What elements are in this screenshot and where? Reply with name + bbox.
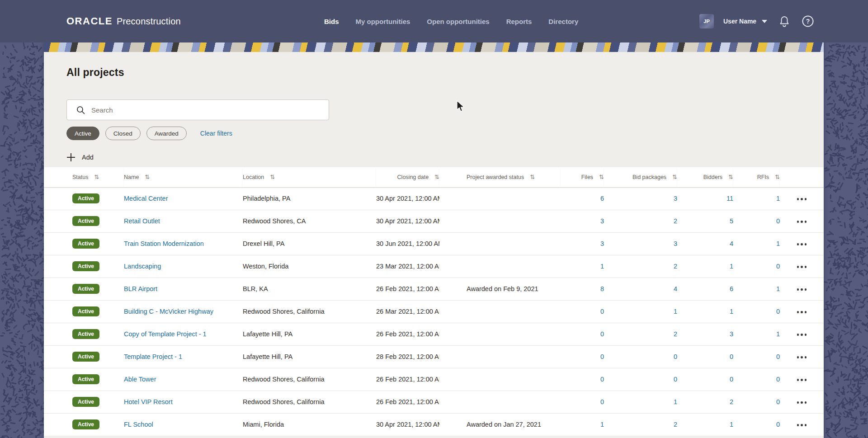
nav-item-directory[interactable]: Directory (548, 18, 578, 25)
rfis-count-link[interactable]: 0 (776, 376, 780, 383)
rfis-count-link[interactable]: 0 (776, 353, 780, 360)
bid-packages-count-link[interactable]: 0 (674, 376, 677, 383)
row-actions-button[interactable] (794, 308, 810, 316)
column-header-name[interactable]: Name⇅ (124, 167, 243, 187)
bid-packages-count-link[interactable]: 3 (674, 195, 677, 202)
rfis-count-link[interactable]: 0 (776, 217, 780, 225)
files-count-link[interactable]: 8 (600, 285, 604, 292)
project-name-link[interactable]: Medical Center (124, 195, 168, 202)
add-button[interactable]: Add (66, 153, 107, 162)
sort-icon[interactable]: ⇅ (94, 174, 99, 180)
bidders-count-link[interactable]: 0 (730, 353, 733, 360)
column-header-bid-packages[interactable]: Bid packages⇅ (604, 167, 677, 187)
filter-chip-awarded[interactable]: Awarded (146, 127, 187, 140)
bidders-count-link[interactable]: 1 (730, 263, 733, 270)
row-actions-button[interactable] (794, 331, 810, 339)
nav-item-bids[interactable]: Bids (324, 18, 339, 25)
rfis-count-link[interactable]: 1 (776, 240, 780, 247)
bid-packages-count-link[interactable]: 2 (674, 421, 677, 428)
filter-chip-closed[interactable]: Closed (105, 127, 141, 140)
row-actions-button[interactable] (794, 240, 810, 248)
files-count-link[interactable]: 0 (600, 376, 604, 383)
column-header-location[interactable]: Location⇅ (243, 167, 376, 187)
files-count-link[interactable]: 0 (600, 398, 604, 405)
chevron-down-icon[interactable] (762, 20, 767, 23)
project-name-link[interactable]: FL School (124, 421, 153, 428)
files-count-link[interactable]: 3 (600, 217, 604, 225)
sort-icon[interactable]: ⇅ (672, 174, 677, 180)
project-name-link[interactable]: Train Station Modernization (124, 240, 204, 247)
avatar[interactable]: JP (699, 14, 714, 28)
files-count-link[interactable]: 3 (600, 240, 604, 247)
project-name-link[interactable]: Landscaping (124, 263, 161, 270)
rfis-count-link[interactable]: 0 (776, 263, 780, 270)
project-name-link[interactable]: Template Project - 1 (124, 353, 182, 360)
row-actions-button[interactable] (794, 421, 810, 429)
sort-icon[interactable]: ⇅ (775, 174, 780, 180)
column-header-closing-date[interactable]: Closing date⇅ (376, 167, 439, 187)
bid-packages-count-link[interactable]: 2 (674, 330, 677, 338)
rfis-count-link[interactable]: 1 (776, 330, 780, 338)
sort-icon[interactable]: ⇅ (434, 174, 439, 180)
bidders-count-link[interactable]: 11 (726, 195, 733, 202)
row-actions-button[interactable] (794, 399, 810, 406)
bid-packages-count-link[interactable]: 2 (674, 217, 677, 225)
bidders-count-link[interactable]: 3 (730, 330, 733, 338)
files-count-link[interactable]: 0 (600, 308, 604, 315)
project-name-link[interactable]: BLR Airport (124, 285, 157, 292)
rfis-count-link[interactable]: 0 (776, 398, 780, 405)
bidders-count-link[interactable]: 4 (730, 240, 733, 247)
column-header-status[interactable]: Status⇅ (44, 167, 124, 187)
sort-icon[interactable]: ⇅ (599, 174, 604, 180)
project-name-link[interactable]: Retail Outlet (124, 217, 160, 225)
project-name-link[interactable]: Hotel VIP Resort (124, 398, 173, 405)
files-count-link[interactable]: 0 (600, 353, 604, 360)
bid-packages-count-link[interactable]: 2 (674, 263, 677, 270)
bidders-count-link[interactable]: 5 (730, 217, 733, 225)
rfis-count-link[interactable]: 0 (776, 421, 780, 428)
column-header-rfis[interactable]: RFIs⇅ (733, 167, 780, 187)
row-actions-button[interactable] (794, 195, 810, 203)
column-header-files[interactable]: Files⇅ (561, 167, 604, 187)
files-count-link[interactable]: 6 (600, 195, 604, 202)
project-name-link[interactable]: Building C - McVicker Highway (124, 308, 213, 315)
bidders-count-link[interactable]: 1 (730, 421, 733, 428)
bid-packages-count-link[interactable]: 3 (674, 240, 677, 247)
user-name-label[interactable]: User Name (723, 18, 756, 25)
row-actions-button[interactable] (794, 218, 810, 226)
notifications-bell-icon[interactable] (779, 15, 790, 27)
bid-packages-count-link[interactable]: 1 (674, 308, 677, 315)
bidders-count-link[interactable]: 2 (730, 398, 733, 405)
project-name-link[interactable]: Able Tower (124, 376, 156, 383)
rfis-count-link[interactable]: 1 (776, 285, 780, 292)
column-header-project-awarded-status[interactable]: Project awarded status⇅ (439, 167, 561, 187)
sort-icon[interactable]: ⇅ (270, 174, 275, 180)
nav-item-my-opportunities[interactable]: My opportunities (356, 18, 410, 25)
files-count-link[interactable]: 1 (600, 263, 604, 270)
clear-filters-link[interactable]: Clear filters (200, 130, 232, 137)
bid-packages-count-link[interactable]: 0 (674, 353, 677, 360)
bidders-count-link[interactable]: 6 (730, 285, 733, 292)
row-actions-button[interactable] (794, 263, 810, 271)
column-header-bidders[interactable]: Bidders⇅ (677, 167, 733, 187)
sort-icon[interactable]: ⇅ (145, 174, 150, 180)
search-input[interactable] (91, 100, 329, 120)
bid-packages-count-link[interactable]: 4 (674, 285, 677, 292)
filter-chip-active[interactable]: Active (66, 127, 99, 140)
nav-item-open-opportunities[interactable]: Open opportunities (427, 18, 489, 25)
help-circle-icon[interactable]: ? (802, 15, 814, 28)
rfis-count-link[interactable]: 0 (776, 308, 780, 315)
bidders-count-link[interactable]: 1 (730, 308, 733, 315)
bidders-count-link[interactable]: 0 (730, 376, 733, 383)
sort-icon[interactable]: ⇅ (728, 174, 733, 180)
files-count-link[interactable]: 0 (600, 330, 604, 338)
row-actions-button[interactable] (794, 353, 810, 361)
files-count-link[interactable]: 1 (600, 421, 604, 428)
sort-icon[interactable]: ⇅ (530, 174, 535, 180)
row-actions-button[interactable] (794, 286, 810, 293)
nav-item-reports[interactable]: Reports (506, 18, 532, 25)
project-name-link[interactable]: Copy of Template Project - 1 (124, 330, 207, 338)
bid-packages-count-link[interactable]: 1 (674, 398, 677, 405)
rfis-count-link[interactable]: 1 (776, 195, 780, 202)
row-actions-button[interactable] (794, 376, 810, 384)
